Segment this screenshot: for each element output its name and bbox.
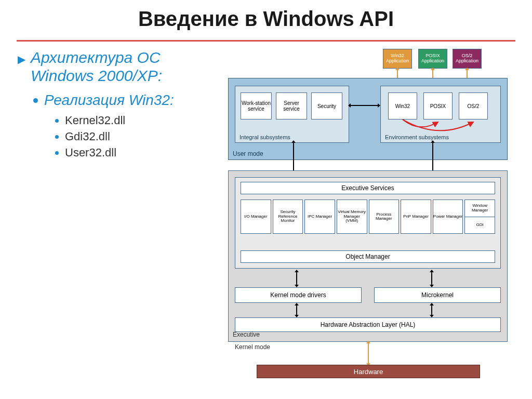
arrow-micro-hal xyxy=(431,305,432,315)
pnp-manager: PnP Manager xyxy=(401,200,431,234)
io-manager: I/O Manager xyxy=(241,200,271,234)
arrow-exec-drivers xyxy=(296,272,297,285)
bullet-text-l3: User32.dll xyxy=(65,146,116,159)
process-manager: Process Manager xyxy=(369,200,400,234)
executive-services: Executive Services xyxy=(241,182,495,194)
env-win32: Win32 xyxy=(388,92,417,119)
red-curve-posix xyxy=(388,119,488,135)
slide: Введение в Windows API ▶ Архитектура ОС … xyxy=(0,0,532,399)
integral-subsystems: Integral subsystems Work-station service… xyxy=(235,86,349,143)
window-gdi: Window Manager GDI xyxy=(464,200,495,234)
slide-title: Введение в Windows API xyxy=(16,7,516,31)
environment-subsystems: Environment subsystems Win32 POSIX OS/2 xyxy=(380,86,501,143)
microkernel: Microkernel xyxy=(374,287,501,303)
power-manager: Power Manager xyxy=(433,200,463,234)
app-win32: Win32 Application xyxy=(383,49,412,69)
executive-label: Executive xyxy=(233,331,260,338)
gdi: GDI xyxy=(465,217,495,234)
integral-label: Integral subsystems xyxy=(240,134,290,140)
architecture-diagram: Win32 Application POSIX Application OS/2… xyxy=(225,49,516,381)
kernel-mode-drivers: Kernel mode drivers xyxy=(235,287,362,303)
workstation-service: Work-station service xyxy=(241,92,272,119)
bullet-text-l1: Архитектура ОС Windows 2000/XP: xyxy=(31,49,220,85)
ipc-manager: IPC Manager xyxy=(304,200,335,234)
user-mode-label: User mode xyxy=(233,150,263,157)
bullet-level3: Kernel32.dll xyxy=(55,114,220,127)
bullet-marker-l3 xyxy=(55,135,59,139)
diagram-column: Win32 Application POSIX Application OS/2… xyxy=(225,49,516,381)
vmm-manager: Virtual Memory Manager (VMM) xyxy=(337,200,367,234)
text-column: ▶ Архитектура ОС Windows 2000/XP: Реализ… xyxy=(16,49,220,381)
arrow-usermode-exec-right xyxy=(432,142,433,174)
security-ref-monitor: Security Reference Monitor xyxy=(273,200,303,234)
app-os2: OS/2 Application xyxy=(453,49,482,69)
layout: ▶ Архитектура ОС Windows 2000/XP: Реализ… xyxy=(16,49,516,381)
security-subsystem: Security xyxy=(311,92,342,119)
hal-block: Hardware Abstraction Layer (HAL) xyxy=(235,317,501,332)
hardware-block: Hardware xyxy=(257,365,480,378)
bullet-level3: Gdi32.dll xyxy=(55,130,220,143)
env-label: Environment subsystems xyxy=(385,134,449,140)
bullet-marker-l1: ▶ xyxy=(18,53,25,65)
bullet-level2: Реализация Win32: xyxy=(33,92,220,109)
bullet-level3: User32.dll xyxy=(55,146,220,159)
server-service: Server service xyxy=(276,92,307,119)
executive-inner: Executive Services I/O Manager Security … xyxy=(235,177,501,269)
bullet-marker-l2 xyxy=(33,98,38,103)
object-manager: Object Manager xyxy=(241,250,495,263)
executive-block: Executive Services I/O Manager Security … xyxy=(228,170,508,342)
bullet-text-l2: Реализация Win32: xyxy=(44,92,174,109)
arrow-hal-hardware xyxy=(368,343,369,364)
title-underline xyxy=(17,40,515,42)
bullet-text-l3: Gdi32.dll xyxy=(65,130,110,143)
arrow-exec-micro xyxy=(431,272,432,285)
env-posix: POSIX xyxy=(423,92,453,119)
arrow-usermode-exec-left xyxy=(293,142,294,174)
bullet-marker-l3 xyxy=(55,119,59,123)
bullet-text-l3: Kernel32.dll xyxy=(65,114,125,127)
kernel-mode-label: Kernel mode xyxy=(235,343,270,351)
env-os2: OS/2 xyxy=(459,92,488,119)
managers-row: I/O Manager Security Reference Monitor I… xyxy=(241,200,495,234)
user-mode-block: User mode Integral subsystems Work-stati… xyxy=(228,78,508,160)
arrow-integral-env xyxy=(350,105,378,106)
app-posix: POSIX Application xyxy=(418,49,447,69)
bullet-marker-l3 xyxy=(55,151,59,155)
bullet-level1: ▶ Архитектура ОС Windows 2000/XP: xyxy=(18,49,220,85)
arrow-drivers-hal xyxy=(296,305,297,315)
kernel-row: Kernel mode drivers Microkernel xyxy=(235,287,501,303)
window-manager: Window Manager xyxy=(465,200,495,217)
